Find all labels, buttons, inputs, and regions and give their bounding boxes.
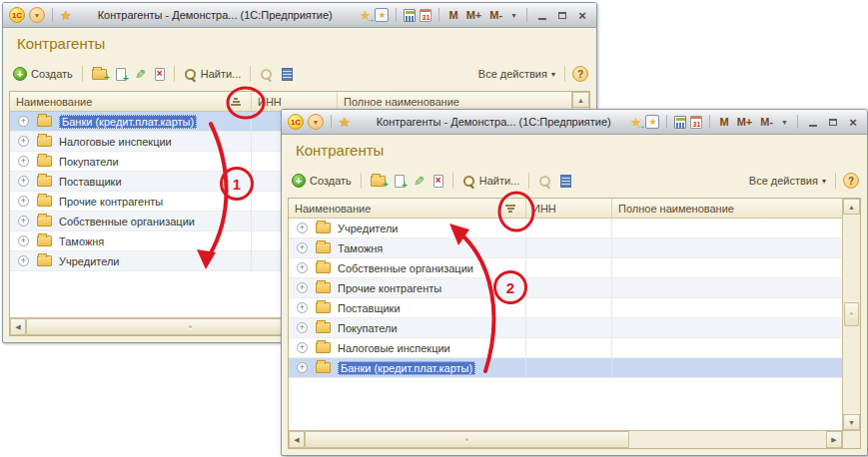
all-actions-button[interactable]: Все действия ▾: [747, 174, 828, 188]
close-button[interactable]: ×: [845, 115, 861, 129]
scroll-down-icon[interactable]: ▼: [843, 414, 860, 430]
calendar-icon[interactable]: 31: [420, 9, 432, 22]
find-button[interactable]: Найти...: [182, 67, 244, 82]
expand-plus-icon[interactable]: [18, 176, 29, 187]
go-to-link-icon[interactable]: ★→: [630, 116, 642, 129]
expand-plus-icon[interactable]: [297, 223, 308, 233]
expand-plus-icon[interactable]: [297, 262, 308, 273]
column-header-inn[interactable]: ИНН: [526, 199, 612, 218]
expand-plus-icon[interactable]: [18, 116, 29, 127]
expand-plus-icon[interactable]: [18, 136, 29, 147]
calendar-icon[interactable]: 31: [690, 116, 702, 129]
memory-mminus-button[interactable]: M-: [758, 116, 775, 128]
cell-inn[interactable]: [526, 258, 612, 277]
cancel-search-button[interactable]: [536, 174, 553, 189]
main-menu-button[interactable]: ▼: [29, 7, 45, 23]
cell-inn[interactable]: [526, 338, 612, 357]
create-button[interactable]: + Создать: [11, 66, 75, 82]
cell-fullname[interactable]: [612, 219, 842, 237]
table-row[interactable]: Поставщики: [289, 298, 842, 318]
all-actions-button[interactable]: Все действия ▾: [476, 67, 557, 81]
chevron-down-icon[interactable]: ▼: [508, 12, 519, 19]
table-row[interactable]: Таможня: [289, 238, 842, 258]
list-settings-button[interactable]: [558, 174, 573, 189]
help-button[interactable]: ?: [843, 173, 859, 189]
cell-inn[interactable]: [526, 219, 612, 237]
add-favorite-icon[interactable]: ★: [645, 115, 659, 129]
cell-fullname[interactable]: [612, 298, 842, 317]
cancel-search-button[interactable]: [258, 67, 275, 82]
cell-fullname[interactable]: [612, 258, 842, 277]
expand-plus-icon[interactable]: [297, 362, 308, 373]
horizontal-scrollbar[interactable]: ◀ ▶: [289, 430, 860, 448]
scroll-left-icon[interactable]: ◀: [10, 318, 26, 335]
expand-plus-icon[interactable]: [297, 342, 308, 353]
favorites-star-icon[interactable]: ★: [339, 116, 351, 129]
cell-fullname[interactable]: [612, 278, 842, 297]
scroll-up-icon[interactable]: ▲: [572, 92, 589, 108]
close-button[interactable]: ×: [574, 8, 590, 22]
find-button[interactable]: Найти...: [460, 174, 522, 189]
help-button[interactable]: ?: [572, 66, 588, 82]
maximize-button[interactable]: [554, 8, 570, 22]
expand-plus-icon[interactable]: [297, 242, 308, 253]
expand-plus-icon[interactable]: [18, 216, 29, 227]
main-menu-button[interactable]: ▼: [308, 114, 324, 130]
cell-inn[interactable]: [526, 278, 612, 297]
maximize-button[interactable]: [825, 115, 841, 129]
cell-inn[interactable]: [526, 298, 612, 317]
table-row[interactable]: Налоговые инспекции: [289, 338, 842, 358]
scrollbar-thumb[interactable]: [844, 302, 859, 326]
cell-fullname[interactable]: [612, 358, 842, 377]
sort-ascending-icon[interactable]: [231, 98, 241, 106]
copy-button[interactable]: +: [393, 174, 407, 189]
sort-descending-icon[interactable]: [505, 205, 515, 213]
calculator-icon[interactable]: [404, 9, 416, 22]
expand-plus-icon[interactable]: [297, 302, 308, 313]
cell-inn[interactable]: [526, 358, 612, 377]
favorites-star-icon[interactable]: ★: [60, 9, 72, 22]
add-favorite-icon[interactable]: ★: [375, 8, 389, 22]
memory-mminus-button[interactable]: M-: [487, 9, 504, 21]
cell-fullname[interactable]: [612, 238, 842, 257]
delete-button[interactable]: ×: [432, 174, 445, 189]
table-row[interactable]: Банки (кредит.плат.карты): [289, 358, 842, 378]
create-group-button[interactable]: +: [369, 175, 388, 188]
table-row[interactable]: Прочие контрагенты: [289, 278, 842, 298]
scroll-right-icon[interactable]: ▶: [826, 431, 842, 448]
memory-m-button[interactable]: M: [446, 9, 459, 21]
cell-inn[interactable]: [526, 318, 612, 337]
cell-fullname[interactable]: [612, 338, 842, 357]
titlebar[interactable]: 1С ▼ ★ Контрагенты - Демонстра... (1С:Пр…: [282, 110, 867, 135]
minimize-button[interactable]: [534, 8, 550, 22]
scroll-up-icon[interactable]: ▲: [843, 199, 860, 215]
expand-plus-icon[interactable]: [297, 282, 308, 293]
cell-fullname[interactable]: [612, 318, 842, 337]
expand-plus-icon[interactable]: [18, 156, 29, 167]
chevron-down-icon[interactable]: ▼: [779, 119, 790, 126]
create-button[interactable]: + Создать: [290, 173, 354, 189]
table-row[interactable]: Собственные организации: [289, 258, 842, 278]
expand-plus-icon[interactable]: [297, 322, 308, 333]
column-header-name[interactable]: Наименование: [289, 199, 526, 218]
memory-mplus-button[interactable]: M+: [735, 116, 755, 128]
copy-button[interactable]: +: [114, 67, 128, 82]
memory-mplus-button[interactable]: M+: [464, 9, 484, 21]
create-group-button[interactable]: +: [90, 68, 109, 81]
minimize-button[interactable]: [805, 115, 821, 129]
memory-m-button[interactable]: M: [717, 116, 730, 128]
scrollbar-thumb[interactable]: [305, 431, 629, 448]
scroll-left-icon[interactable]: ◀: [289, 431, 305, 448]
list-settings-button[interactable]: [280, 67, 295, 82]
delete-button[interactable]: ×: [153, 67, 167, 82]
titlebar[interactable]: 1С ▼ ★ Контрагенты - Демонстра... (1С:Пр…: [3, 3, 596, 28]
table-row[interactable]: Покупатели: [289, 318, 842, 338]
expand-plus-icon[interactable]: [18, 235, 29, 246]
edit-button[interactable]: ✎: [412, 174, 427, 189]
cell-inn[interactable]: [526, 238, 612, 257]
expand-plus-icon[interactable]: [18, 255, 29, 266]
vertical-scrollbar[interactable]: ▲ ▼: [842, 199, 860, 430]
calculator-icon[interactable]: [674, 116, 686, 129]
table-row[interactable]: Учредители: [289, 219, 842, 238]
go-to-link-icon[interactable]: ★→: [360, 9, 372, 22]
